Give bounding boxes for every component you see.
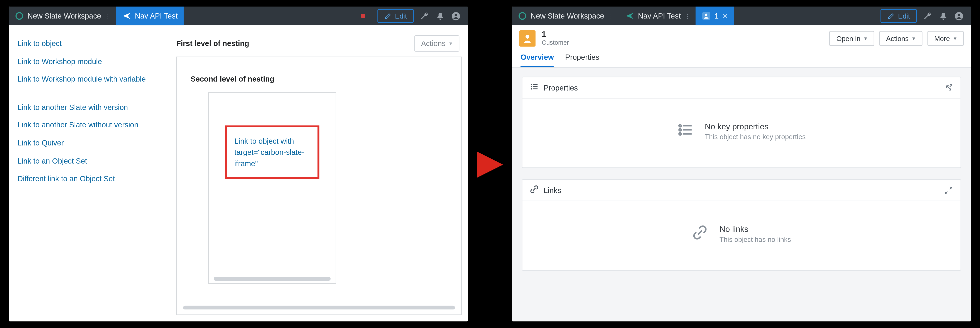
properties-empty-title: No key properties	[705, 122, 805, 131]
panel-properties-head: Properties	[522, 77, 961, 99]
panel-links-empty: No links This object has no links	[719, 224, 791, 243]
tab-workspace-title-r: New Slate Workspace	[530, 11, 604, 20]
empty-list-icon	[677, 122, 694, 141]
person-tab-icon	[702, 11, 711, 20]
sidebar-link-5[interactable]: Link to another Slate without version	[18, 121, 171, 130]
topbar-right: New Slate Workspace ⋮ Nav API Test ⋮ 1 ✕	[512, 6, 971, 25]
object-header-top: 1 Customer Open in▾ Actions▾ More▾	[512, 25, 971, 49]
object-header: 1 Customer Open in▾ Actions▾ More▾ Overv…	[512, 25, 971, 68]
tab-nav-title-r: Nav API Test	[638, 11, 681, 20]
bell-icon[interactable]	[939, 11, 948, 21]
topbar-left: New Slate Workspace ⋮ Nav API Test Edit	[9, 6, 468, 25]
properties-empty-sub: This object has no key properties	[705, 133, 805, 141]
svg-rect-15	[533, 88, 538, 89]
pencil-icon	[888, 13, 894, 19]
sidebar-gap	[18, 93, 171, 103]
svg-point-20	[679, 133, 681, 135]
topbar-right-controls: Edit	[370, 6, 468, 25]
object-title: 1	[542, 30, 569, 39]
tab-workspace[interactable]: New Slate Workspace ⋮	[9, 6, 116, 25]
tab-properties[interactable]: Properties	[565, 49, 599, 67]
unsaved-indicator	[361, 14, 365, 18]
section2-title: Second level of nesting	[191, 75, 447, 83]
panel-properties-title: Properties	[544, 83, 578, 92]
edit-button[interactable]: Edit	[377, 9, 414, 23]
workspace-icon	[518, 11, 527, 20]
panel-links-body: No links This object has no links	[522, 201, 961, 270]
left-main: First level of nesting Actions ▾ Second …	[176, 25, 468, 322]
wrench-icon[interactable]	[420, 11, 429, 21]
svg-point-12	[531, 86, 532, 87]
tab-object[interactable]: 1 ✕	[696, 6, 734, 25]
tab-workspace-r[interactable]: New Slate Workspace ⋮	[512, 6, 619, 25]
sidebar-link-6[interactable]: Link to Quiver	[18, 139, 171, 148]
links-empty-sub: This object has no links	[719, 235, 791, 243]
inner-scrollbar[interactable]	[214, 277, 331, 281]
user-icon[interactable]	[451, 11, 461, 21]
tab-nav-api-r[interactable]: Nav API Test ⋮	[619, 6, 696, 25]
close-tab-icon[interactable]: ✕	[722, 12, 728, 20]
transition-arrow-icon	[474, 148, 506, 181]
sidebar-link-7[interactable]: Link to an Object Set	[18, 157, 171, 166]
panels: Properties No key properties This object…	[512, 68, 971, 279]
links-empty-title: No links	[719, 224, 791, 234]
actions-button[interactable]: Actions▾	[879, 31, 922, 46]
panel-properties-body: No key properties This object has no key…	[522, 99, 961, 168]
more-button[interactable]: More▾	[927, 31, 964, 46]
panel-links: Links No links This object has no links	[522, 179, 961, 270]
tab-object-title: 1	[714, 11, 719, 20]
svg-point-9	[525, 35, 529, 38]
open-in-button[interactable]: Open in▾	[829, 31, 874, 46]
list-icon	[530, 82, 539, 93]
panel-links-head: Links	[522, 180, 961, 201]
workspace-icon	[15, 11, 24, 20]
expand-icon[interactable]	[944, 83, 953, 92]
panel-links-title: Links	[544, 186, 561, 195]
wrench-icon[interactable]	[923, 11, 932, 21]
svg-point-14	[531, 88, 532, 90]
tab-nav-api[interactable]: Nav API Test	[116, 6, 184, 25]
person-icon	[522, 34, 533, 43]
outer-scrollbar[interactable]	[183, 306, 455, 309]
svg-rect-13	[533, 86, 538, 87]
empty-link-icon	[692, 224, 708, 243]
section1-title: First level of nesting	[176, 39, 249, 48]
topbar-right-controls-r: Edit	[873, 6, 971, 25]
pin-icon: ⋮	[105, 13, 110, 19]
bell-icon[interactable]	[436, 11, 445, 21]
object-header-actions: Open in▾ Actions▾ More▾	[829, 31, 964, 46]
edit-label: Edit	[395, 12, 407, 20]
svg-point-18	[679, 129, 681, 131]
svg-point-0	[16, 13, 23, 19]
object-titles: 1 Customer	[542, 30, 569, 46]
user-icon[interactable]	[954, 11, 964, 21]
sidebar-link-2[interactable]: Link to Workshop module with variable	[18, 75, 171, 85]
svg-point-2	[455, 13, 457, 16]
sidebar-link-4[interactable]: Link to another Slate with version	[18, 103, 171, 112]
svg-point-6	[705, 13, 708, 16]
panel-properties-empty: No key properties This object has no key…	[705, 122, 805, 141]
actions-dropdown[interactable]: Actions ▾	[414, 35, 460, 52]
expand-icon[interactable]	[944, 186, 953, 195]
svg-rect-11	[533, 84, 538, 85]
right-body: 1 Customer Open in▾ Actions▾ More▾ Overv…	[512, 25, 971, 322]
actions-label: Actions	[421, 39, 445, 48]
panel-properties: Properties No key properties This object…	[522, 77, 961, 168]
callout-link[interactable]: Link to object with target="carbon-slate…	[234, 137, 304, 168]
tab-overview[interactable]: Overview	[520, 49, 554, 67]
tab-workspace-title: New Slate Workspace	[27, 11, 101, 20]
caret-down-icon: ▾	[864, 35, 867, 42]
plane-icon	[625, 11, 634, 20]
sidebar-link-0[interactable]: Link to object	[18, 39, 171, 49]
edit-label-r: Edit	[898, 12, 910, 20]
object-avatar	[519, 30, 536, 47]
sidebar-link-1[interactable]: Link to Workshop module	[18, 57, 171, 67]
svg-point-8	[958, 13, 960, 16]
left-body: Link to object Link to Workshop module L…	[9, 25, 468, 322]
sidebar-link-8[interactable]: Different link to an Object Set	[18, 174, 171, 184]
tab-nav-title: Nav API Test	[135, 11, 178, 20]
svg-point-16	[679, 125, 681, 127]
caret-down-icon: ▾	[449, 40, 452, 47]
edit-button-r[interactable]: Edit	[880, 9, 916, 23]
plane-icon	[123, 11, 131, 20]
